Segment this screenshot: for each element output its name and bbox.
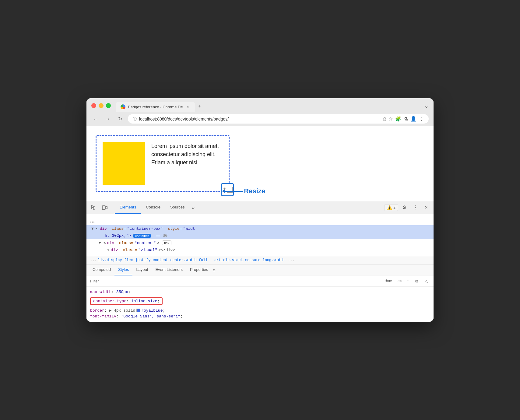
dom-attr-val-1: "container-box": [127, 226, 163, 231]
url-bar[interactable]: ⓘ localhost:8080/docs/devtools/elements/…: [128, 114, 429, 124]
dt-tabs-more[interactable]: »: [190, 205, 197, 210]
cls-button[interactable]: .cls: [395, 278, 403, 284]
back-button[interactable]: ←: [91, 115, 100, 123]
devtools-settings-icon[interactable]: ⚙: [399, 203, 409, 212]
dom-attr-class-1: class=: [112, 226, 126, 231]
tab-styles[interactable]: Styles: [114, 264, 132, 275]
css-rule-font-family: font-family : 'Google Sans', sans-serif …: [90, 313, 430, 319]
tab-console-label: Console: [146, 205, 160, 209]
breadcrumb-dots-2: ...: [288, 258, 295, 262]
labs-icon[interactable]: ⚗: [404, 116, 408, 122]
dom-panel: ... ▼ < div class= "container-box" style…: [86, 214, 434, 256]
dom-line-3[interactable]: ▼ < div class= "content" > flex: [86, 239, 434, 247]
tab-computed[interactable]: Computed: [89, 264, 114, 275]
styles-tabs-more[interactable]: »: [212, 267, 217, 273]
copy-styles-icon[interactable]: ⧉: [413, 277, 420, 285]
url-actions: ⎙ ☆ 🧩 ⚗ 👤 ⋮: [383, 116, 424, 122]
page-content: Lorem ipsum dolor sit amet, consectetur …: [86, 126, 434, 201]
tab-elements[interactable]: Elements: [115, 201, 141, 214]
tab-sources-label: Sources: [170, 205, 185, 209]
css-rules: max-width : 350px ; container-type : inl…: [86, 287, 434, 322]
svg-rect-1: [106, 207, 107, 209]
dom-eq-sign: ==: [153, 233, 160, 238]
tab-event-listeners[interactable]: Event Listeners: [152, 264, 186, 275]
dom-tag-4: div: [111, 248, 118, 252]
close-traffic-light[interactable]: [91, 103, 96, 108]
tab-properties-label: Properties: [190, 267, 208, 272]
tab-styles-label: Styles: [118, 267, 129, 272]
devtools-close-icon[interactable]: ×: [421, 203, 431, 212]
devtools-more-icon[interactable]: ⋮: [410, 203, 420, 212]
devtools-toolbar-left: [89, 203, 114, 212]
tab-title: Badges reference - Chrome De: [128, 105, 183, 109]
dom-dots: ...: [86, 216, 434, 225]
dom-style-val-1: "widt: [183, 226, 195, 231]
filter-input[interactable]: [90, 279, 384, 283]
tab-sources[interactable]: Sources: [165, 201, 190, 214]
tab-layout[interactable]: Layout: [132, 264, 152, 275]
color-swatch-royalblue[interactable]: [136, 309, 140, 312]
tab-favicon: [121, 104, 125, 109]
tab-overflow-button[interactable]: ⌄: [424, 103, 429, 112]
minimize-traffic-light[interactable]: [99, 103, 104, 108]
tab-event-listeners-label: Event Listeners: [155, 267, 183, 272]
svg-rect-0: [102, 206, 105, 209]
security-icon: ⓘ: [133, 116, 137, 122]
warning-icon: ⚠️: [387, 205, 392, 210]
demo-yellow-box: [103, 142, 145, 185]
css-rule-max-width: max-width : 350px ;: [90, 289, 430, 295]
flex-badge: flex: [162, 240, 171, 245]
title-bar: Badges reference - Chrome De × + ⌄: [86, 98, 434, 112]
dom-style-cont: h: 302px;">: [105, 233, 131, 238]
device-mode-icon[interactable]: [100, 203, 110, 212]
tab-layout-label: Layout: [136, 267, 148, 272]
css-highlighted-container-type: container-type : inline-size ;: [90, 297, 163, 305]
breadcrumb-item-1[interactable]: liv.display-flex.justify-content-center.…: [98, 258, 208, 262]
css-val-border-color: royalblue: [141, 308, 163, 313]
css-rule-container-type-wrapper: container-type : inline-size ;: [90, 296, 430, 306]
resize-label: Resize: [244, 187, 265, 195]
maximize-traffic-light[interactable]: [106, 103, 111, 108]
profile-icon[interactable]: 👤: [410, 116, 416, 122]
add-style-button[interactable]: +: [406, 278, 410, 284]
dom-line-4[interactable]: < div class= "visual" ></div>: [86, 247, 434, 254]
demo-container: Lorem ipsum dolor sit amet, consectetur …: [96, 135, 230, 192]
warnings-badge[interactable]: ⚠️ 2: [384, 204, 398, 211]
filter-bar: :hov .cls + ⧉ ◁: [86, 275, 434, 287]
dom-punct-1: <: [96, 226, 99, 231]
dom-line-1[interactable]: ▼ < div class= "container-box" style= "w…: [86, 225, 434, 232]
devtools-tabs: Elements Console Sources »: [115, 201, 383, 214]
resize-arrow: Resize: [224, 187, 265, 195]
breadcrumb-bar: ... liv.display-flex.justify-content-cen…: [86, 256, 434, 264]
address-bar: ← → ↻ ⓘ localhost:8080/docs/devtools/ele…: [86, 112, 434, 126]
breadcrumb-item-2[interactable]: article.stack.measure-long.width-: [214, 258, 287, 262]
tab-console[interactable]: Console: [141, 201, 165, 214]
toggle-sidebar-icon[interactable]: ◁: [423, 277, 430, 285]
resize-arrow-line: [224, 191, 243, 192]
active-tab[interactable]: Badges reference - Chrome De ×: [116, 102, 195, 112]
share-icon[interactable]: ⎙: [383, 116, 386, 122]
breadcrumb-dots-1: ...: [90, 258, 97, 262]
dom-tag-1: div: [100, 226, 107, 231]
dom-line-2[interactable]: h: 302px;"> container == $0: [86, 232, 434, 239]
tab-close-button[interactable]: ×: [185, 104, 190, 109]
new-tab-button[interactable]: +: [195, 102, 204, 110]
css-prop-container-type: container-type: [93, 299, 126, 303]
element-picker-icon[interactable]: [89, 203, 99, 212]
dom-triangle-1: ▼: [91, 226, 94, 231]
toolbar-divider: [112, 204, 112, 211]
devtools-toolbar-right: ⚠️ 2 ⚙ ⋮ ×: [384, 203, 431, 212]
devtools-panel: Elements Console Sources » ⚠️ 2 ⚙ ⋮ ×: [86, 201, 434, 322]
container-badge: container: [133, 234, 151, 238]
forward-button[interactable]: →: [104, 115, 112, 123]
browser-menu-icon[interactable]: ⋮: [419, 116, 424, 122]
reload-button[interactable]: ↻: [116, 115, 124, 123]
hov-button[interactable]: :hov: [384, 278, 393, 284]
bookmark-icon[interactable]: ☆: [388, 116, 393, 122]
css-rule-border: border : ▶ 4px solid royalblue ;: [90, 307, 430, 313]
css-val-max-width: 350px: [116, 290, 128, 294]
extension-icon[interactable]: 🧩: [395, 116, 401, 122]
tab-properties[interactable]: Properties: [186, 264, 212, 275]
warnings-count: 2: [393, 205, 395, 210]
css-val-border-size: ▶ 4px solid: [109, 308, 135, 313]
